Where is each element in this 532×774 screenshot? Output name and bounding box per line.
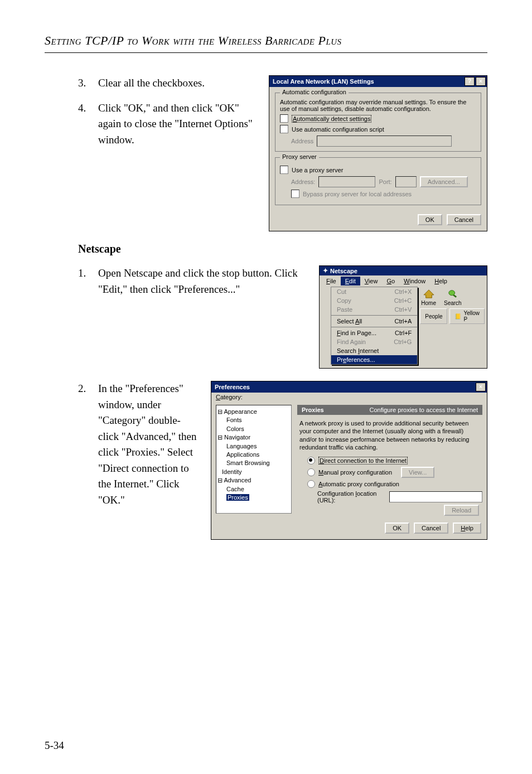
tree-identity[interactable]: Identity bbox=[222, 468, 290, 476]
dialog-title: Local Area Network (LAN) Settings bbox=[273, 78, 374, 85]
step-num: 1. bbox=[78, 265, 98, 297]
reload-button: Reload bbox=[444, 505, 479, 516]
app-icon: ✦ bbox=[323, 267, 328, 274]
menu-go[interactable]: Go bbox=[382, 277, 399, 286]
step-4: 4. Click "OK," and then click "OK" again… bbox=[78, 100, 269, 148]
tree-advanced[interactable]: ⊟ Advanced bbox=[217, 476, 290, 485]
tree-proxies[interactable]: Proxies bbox=[226, 494, 290, 502]
close-icon[interactable]: × bbox=[476, 383, 486, 391]
preferences-main: Proxies Configure proxies to access the … bbox=[292, 405, 482, 514]
checkbox-use-script[interactable] bbox=[280, 125, 288, 133]
menu-edit[interactable]: Edit bbox=[341, 277, 360, 286]
group-legend: Automatic configuration bbox=[280, 89, 349, 95]
page-number: 5-34 bbox=[45, 739, 64, 752]
category-tree[interactable]: ⊟ Appearance Fonts Colors ⊟ Navigator La… bbox=[216, 405, 292, 514]
cancel-button[interactable]: Cancel bbox=[447, 214, 481, 225]
step-num: 4. bbox=[78, 100, 98, 148]
preferences-dialog: Preferences × Category: ⊟ Appearance Fon… bbox=[211, 381, 487, 540]
tab-yellow[interactable]: 📒Yellow P bbox=[449, 308, 485, 324]
menu-paste: PasteCtrl+V bbox=[331, 305, 417, 314]
dialog-titlebar: ✦ Netscape bbox=[320, 266, 487, 275]
auto-config-group: Automatic configuration Automatic config… bbox=[275, 93, 481, 152]
toolbar: Home Search bbox=[418, 287, 487, 308]
radio-auto[interactable] bbox=[307, 480, 315, 488]
tree-fonts[interactable]: Fonts bbox=[226, 416, 290, 424]
radio-label: Manual proxy configuration bbox=[318, 469, 392, 476]
close-icon[interactable]: × bbox=[476, 77, 486, 86]
search-icon bbox=[447, 289, 459, 299]
toolbar-search[interactable]: Search bbox=[444, 289, 462, 306]
checkbox-bypass-local bbox=[291, 190, 299, 198]
tree-cache[interactable]: Cache bbox=[226, 485, 290, 494]
step-num: 2. bbox=[78, 381, 98, 508]
step-text: Open Netscape and click the stop button.… bbox=[98, 265, 319, 297]
tree-appearance[interactable]: ⊟ Appearance bbox=[217, 408, 290, 416]
edit-dropdown: CutCtrl+X CopyCtrl+C PasteCtrl+V Select … bbox=[331, 287, 418, 365]
view-button: View... bbox=[401, 467, 434, 478]
cancel-button[interactable]: Cancel bbox=[414, 523, 448, 534]
ok-button[interactable]: OK bbox=[418, 214, 442, 225]
menu-preferences[interactable]: Preferences... bbox=[331, 355, 417, 364]
menu-view[interactable]: View bbox=[360, 277, 383, 286]
dialog-titlebar: Preferences × bbox=[211, 381, 487, 393]
step-text: In the "Preferences" window, under "Cate… bbox=[98, 381, 201, 508]
menu-search-internet[interactable]: Search Internet bbox=[331, 346, 417, 355]
panel-description: A network proxy is used to provide addit… bbox=[297, 415, 482, 454]
tree-smart-browsing[interactable]: Smart Browsing bbox=[226, 459, 290, 467]
menu-separator bbox=[331, 327, 417, 327]
config-url-input[interactable] bbox=[389, 491, 482, 502]
menu-window[interactable]: Window bbox=[399, 277, 430, 286]
svg-rect-1 bbox=[453, 294, 457, 298]
auto-config-desc: Automatic configuration may override man… bbox=[280, 99, 476, 112]
ok-button[interactable]: OK bbox=[385, 523, 409, 534]
step-ns-2: 2. In the "Preferences" window, under "C… bbox=[78, 381, 201, 508]
category-label: Category: bbox=[211, 393, 487, 401]
radio-manual[interactable] bbox=[307, 468, 315, 476]
panel-header-title: Proxies bbox=[302, 407, 324, 413]
menubar[interactable]: File Edit View Go Window Help bbox=[320, 275, 487, 287]
menu-find-in-page[interactable]: Find in Page...Ctrl+F bbox=[331, 328, 417, 337]
group-legend: Proxy server bbox=[280, 153, 319, 160]
radio-label: Automatic proxy configuration bbox=[318, 481, 399, 487]
tree-applications[interactable]: Applications bbox=[226, 451, 290, 459]
toolbar-home[interactable]: Home bbox=[421, 289, 436, 306]
tab-people[interactable]: People bbox=[420, 308, 447, 324]
menu-select-all[interactable]: Select AllCtrl+A bbox=[331, 317, 417, 326]
checkbox-auto-detect[interactable] bbox=[280, 114, 288, 123]
checkbox-label: Bypass proxy server for local addresses bbox=[303, 191, 412, 197]
radio-direct[interactable] bbox=[307, 457, 315, 465]
netscape-window: ✦ Netscape File Edit View Go Window Help… bbox=[319, 265, 487, 369]
checkbox-use-proxy[interactable] bbox=[280, 166, 288, 174]
checkbox-label: Automatically detect settings bbox=[292, 115, 371, 123]
help-button[interactable]: Help bbox=[453, 523, 481, 534]
port-label: Port: bbox=[379, 178, 391, 185]
lan-settings-dialog: Local Area Network (LAN) Settings ? × Au… bbox=[269, 75, 487, 231]
proxy-port-input bbox=[395, 176, 417, 187]
dialog-titlebar: Local Area Network (LAN) Settings ? × bbox=[269, 76, 487, 87]
address-input bbox=[317, 136, 452, 147]
address-label: Address: bbox=[291, 178, 315, 185]
menu-copy: CopyCtrl+C bbox=[331, 296, 417, 305]
dialog-title: Preferences bbox=[215, 384, 250, 390]
menu-help[interactable]: Help bbox=[430, 277, 452, 286]
panel-header-subtitle: Configure proxies to access the Internet bbox=[370, 407, 478, 413]
tree-navigator[interactable]: ⊟ Navigator bbox=[217, 433, 290, 442]
menu-find-again: Find AgainCtrl+G bbox=[331, 337, 417, 346]
menu-separator bbox=[331, 315, 417, 316]
title-rule bbox=[45, 52, 487, 53]
step-num: 3. bbox=[78, 75, 98, 91]
window-title: Netscape bbox=[330, 268, 357, 274]
step-text: Click "OK," and then click "OK" again to… bbox=[98, 100, 254, 148]
advanced-button: Advanced... bbox=[420, 176, 468, 187]
menu-cut: CutCtrl+X bbox=[331, 287, 417, 296]
proxy-server-group: Proxy server Use a proxy server Address:… bbox=[275, 157, 481, 205]
radio-label: Direct connection to the Internet bbox=[318, 457, 408, 465]
address-label: Address bbox=[291, 138, 313, 144]
tree-colors[interactable]: Colors bbox=[226, 425, 290, 433]
step-3: 3. Clear all the checkboxes. bbox=[78, 75, 269, 91]
menu-file[interactable]: File bbox=[322, 277, 341, 286]
help-icon[interactable]: ? bbox=[465, 77, 475, 86]
netscape-heading: Netscape bbox=[78, 243, 487, 255]
tree-languages[interactable]: Languages bbox=[226, 442, 290, 451]
config-url-label: Configuration location (URL): bbox=[317, 490, 386, 504]
